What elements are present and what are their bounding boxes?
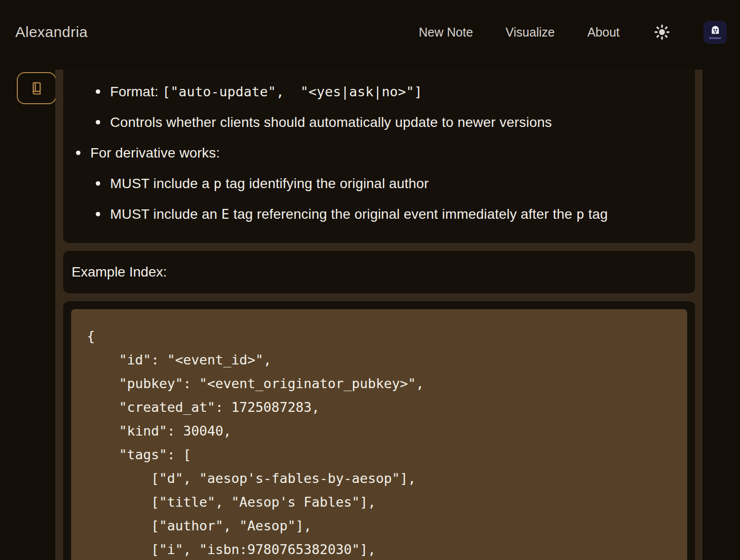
e-tag-inline-code: E	[221, 206, 229, 222]
theme-toggle-button[interactable]	[652, 22, 672, 42]
bullet-dot	[96, 181, 100, 186]
book-icon	[29, 80, 44, 96]
p-tag-inline-code: p	[213, 176, 221, 191]
gitcitadel-shield-icon	[709, 25, 721, 37]
list-item-text: Format: ["auto-update", "<yes|ask|no>"]	[110, 82, 422, 102]
sun-icon	[654, 24, 670, 40]
list-item-text: Controls whether clients should automati…	[110, 113, 552, 132]
list-item-derivative-works: For derivative works:	[71, 143, 687, 163]
example-index-label: Example Index:	[72, 264, 167, 280]
main-nav: New Note Visualize About	[386, 21, 727, 44]
json-code-block: { "id": "<event_id>", "pubkey": "<event_…	[71, 309, 687, 560]
app-title: Alexandria	[15, 24, 88, 40]
example-index-card: Example Index:	[63, 251, 695, 293]
nav-about[interactable]: About	[587, 25, 620, 40]
list-item-text: For derivative works:	[90, 143, 220, 163]
bullet-dot	[96, 212, 100, 216]
list-item-must-p-tag: MUST include a p tag identifying the ori…	[71, 174, 687, 194]
bullet-dot	[96, 120, 100, 124]
bullet-dot	[76, 151, 80, 155]
code-content: { "id": "<event_id>", "pubkey": "<event_…	[87, 324, 671, 560]
list-item-must-e-tag: MUST include an E tag referencing the or…	[71, 204, 687, 224]
app-header: Alexandria New Note Visualize About	[0, 0, 740, 64]
list-item-text: MUST include a p tag identifying the ori…	[110, 174, 429, 194]
document-panel: Format: ["auto-update", "<yes|ask|no>"] …	[55, 70, 702, 560]
bullet-dot	[96, 89, 100, 94]
list-item-format: Format: ["auto-update", "<yes|ask|no>"]	[71, 82, 687, 102]
example-code-card: { "id": "<event_id>", "pubkey": "<event_…	[63, 301, 695, 560]
logo-caption: GitCitadel	[709, 37, 721, 40]
list-item-text: MUST include an E tag referencing the or…	[110, 204, 608, 224]
p-tag-inline-code-2: p	[576, 206, 584, 222]
list-item-controls: Controls whether clients should automati…	[71, 113, 687, 132]
spec-rules-card: Format: ["auto-update", "<yes|ask|no>"] …	[63, 70, 695, 243]
nav-visualize[interactable]: Visualize	[506, 25, 555, 40]
library-button[interactable]	[17, 72, 56, 104]
format-inline-code: ["auto-update", "<yes|ask|no>"]	[162, 84, 423, 99]
nav-new-note[interactable]: New Note	[419, 25, 473, 40]
gitcitadel-logo[interactable]: GitCitadel	[703, 21, 727, 44]
